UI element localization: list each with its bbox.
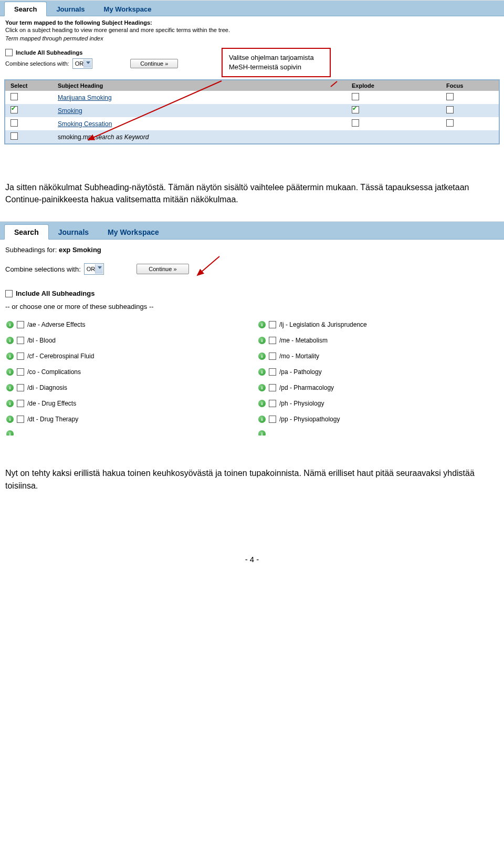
annotation-callout: Valitse ohjelman tarjoamista MeSH-termei… — [222, 48, 331, 77]
th-select: Select — [5, 80, 52, 91]
combine-value: OR — [87, 266, 96, 272]
select-checkbox[interactable] — [10, 132, 18, 140]
explode-checkbox[interactable] — [352, 119, 359, 127]
subheading-checkbox[interactable] — [17, 384, 24, 391]
subheading-checkbox[interactable] — [17, 400, 24, 407]
subheading-label: /co - Complications — [27, 368, 81, 376]
focus-checkbox[interactable] — [446, 93, 454, 100]
subheading-label: /me - Metabolism — [279, 337, 328, 344]
tab-workspace[interactable]: My Workspace — [94, 2, 161, 16]
info-icon[interactable]: i — [258, 400, 266, 407]
subheading-label: /dt - Drug Therapy — [27, 416, 78, 423]
info-icon[interactable]: i — [6, 368, 14, 376]
tab-bar: Search Journals My Workspace — [0, 222, 504, 240]
info-icon[interactable]: i — [258, 368, 266, 376]
tab-search[interactable]: Search — [4, 2, 47, 16]
tab-bar: Search Journals My Workspace — [0, 1, 504, 16]
subheading-item: i/pd - Pharmacology — [258, 380, 479, 396]
subheading-label: /ae - Adverse Effects — [27, 321, 86, 328]
screenshot-subheadings: Search Journals My Workspace Subheadings… — [0, 221, 504, 436]
table-row: Marijuana Smoking — [5, 91, 499, 104]
explode-checkbox[interactable] — [352, 106, 359, 113]
subheading-checkbox[interactable] — [269, 384, 276, 391]
subheading-label: /pd - Pharmacology — [279, 384, 334, 391]
continue-button[interactable]: Continue » — [136, 264, 188, 274]
subheading-item: i/ph - Physiology — [258, 396, 479, 411]
subheading-checkbox[interactable] — [17, 368, 24, 376]
subheading-item: i/lj - Legislation & Jurisprudence — [258, 317, 479, 333]
tab-journals[interactable]: Journals — [49, 225, 98, 239]
subheading-checkbox[interactable] — [269, 353, 276, 360]
select-checkbox[interactable] — [10, 93, 18, 100]
keyword-note: search as Keyword — [95, 133, 149, 141]
info-icon[interactable]: i — [6, 337, 14, 344]
combine-select[interactable]: OR — [84, 263, 104, 275]
subject-link[interactable]: Smoking Cessation — [58, 120, 112, 128]
continue-button[interactable]: Continue » — [130, 59, 178, 68]
mapped-subtext: Click on a subject heading to view more … — [5, 27, 499, 33]
info-icon[interactable]: i — [258, 337, 266, 344]
info-icon[interactable]: i — [258, 353, 266, 360]
subheading-checkbox[interactable] — [17, 353, 24, 360]
body-paragraph-1: Ja sitten näkökulmat Subheading-näytöstä… — [0, 181, 504, 205]
combine-value: OR — [75, 60, 84, 67]
th-explode: Explode — [346, 80, 441, 91]
info-icon[interactable]: i — [258, 416, 266, 423]
include-all-label: Include All Subheadings — [16, 49, 82, 56]
info-icon[interactable]: i — [6, 353, 14, 360]
subheading-checkbox[interactable] — [269, 321, 276, 328]
subject-headings-table: Select Subject Heading Explode Focus Mar… — [5, 80, 499, 143]
info-icon[interactable]: i — [6, 321, 14, 328]
subheadings-col-left: i/ae - Adverse Effectsi/bl - Bloodi/cf -… — [6, 317, 227, 427]
explode-checkbox[interactable] — [352, 93, 359, 100]
subheading-item: i/pa - Pathology — [258, 364, 479, 380]
table-row: Smoking Cessation — [5, 117, 499, 130]
mapped-note: Term mapped through permuted index — [5, 35, 499, 42]
subheading-checkbox[interactable] — [269, 416, 276, 423]
subheading-checkbox[interactable] — [269, 337, 276, 344]
subheading-checkbox[interactable] — [269, 368, 276, 376]
subheading-label: /di - Diagnosis — [27, 384, 67, 391]
focus-checkbox[interactable] — [446, 106, 454, 113]
info-icon[interactable]: i — [258, 321, 266, 328]
subject-link[interactable]: Smoking — [58, 107, 82, 115]
keyword-term: smoking.mp. — [58, 133, 93, 141]
subject-headings-table-wrap: Select Subject Heading Explode Focus Mar… — [4, 79, 500, 144]
subheading-label: /mo - Mortality — [279, 353, 319, 360]
subheading-item: i/dt - Drug Therapy — [6, 411, 227, 427]
table-row: Smoking — [5, 104, 499, 117]
subheading-checkbox[interactable] — [17, 321, 24, 328]
subheadings-for-line: Subheadings for: exp Smoking — [5, 246, 499, 254]
th-subject: Subject Heading — [52, 80, 346, 91]
combine-label: Combine selections with: — [5, 265, 81, 273]
focus-checkbox[interactable] — [446, 119, 454, 127]
info-icon[interactable]: i — [6, 416, 14, 423]
include-all-checkbox[interactable] — [5, 49, 13, 56]
info-icon[interactable]: i — [258, 430, 266, 436]
select-checkbox[interactable] — [10, 106, 18, 113]
info-icon[interactable]: i — [6, 400, 14, 407]
include-all-checkbox[interactable] — [5, 290, 13, 297]
info-icon[interactable]: i — [6, 384, 14, 391]
subheading-checkbox[interactable] — [17, 416, 24, 423]
subheading-item: i/me - Metabolism — [258, 333, 479, 348]
table-row: smoking.mp. search as Keyword — [5, 130, 499, 143]
tab-search[interactable]: Search — [4, 224, 49, 240]
chevron-down-icon — [98, 266, 102, 269]
subheading-item: i/di - Diagnosis — [6, 380, 227, 396]
subheadings-columns: i/ae - Adverse Effectsi/bl - Bloodi/cf -… — [0, 317, 504, 427]
subject-link[interactable]: Marijuana Smoking — [58, 94, 112, 101]
subheading-item: i/co - Complications — [6, 364, 227, 380]
info-icon[interactable]: i — [6, 430, 14, 436]
subheading-checkbox[interactable] — [17, 337, 24, 344]
tab-workspace[interactable]: My Workspace — [98, 225, 169, 239]
th-focus: Focus — [441, 80, 499, 91]
choose-line: -- or choose one or more of these subhea… — [5, 303, 499, 310]
combine-select[interactable]: OR — [72, 58, 93, 69]
include-all-label: Include All Subheadings — [16, 289, 94, 297]
tab-journals[interactable]: Journals — [47, 2, 94, 16]
subheading-checkbox[interactable] — [269, 400, 276, 407]
subheading-item: i/de - Drug Effects — [6, 396, 227, 411]
info-icon[interactable]: i — [258, 384, 266, 391]
select-checkbox[interactable] — [10, 119, 18, 127]
